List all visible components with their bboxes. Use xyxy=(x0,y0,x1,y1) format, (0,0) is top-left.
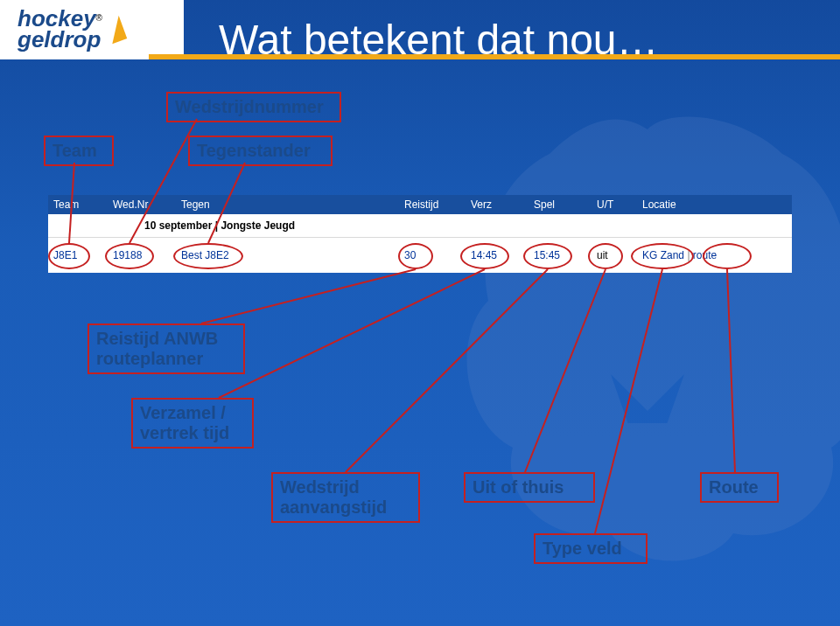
th-wednr: Wed.Nr. xyxy=(108,196,176,213)
brand-line2: geldrop xyxy=(18,26,101,52)
annot-team: Team xyxy=(44,136,114,166)
th-spel: Spel xyxy=(528,196,592,213)
svg-line-7 xyxy=(595,269,662,533)
th-ut: U/T xyxy=(592,196,637,213)
annot-route: Route xyxy=(700,472,779,503)
brand-logo: hockey® geldrop xyxy=(0,0,184,59)
annot-verzamel: Verzamel / vertrek tijd xyxy=(131,398,254,449)
svg-line-5 xyxy=(346,269,548,472)
svg-line-3 xyxy=(201,269,416,323)
lion-watermark-icon xyxy=(402,105,840,595)
svg-line-4 xyxy=(219,269,485,398)
th-tegen: Tegen xyxy=(176,196,399,213)
cell-spel[interactable]: 15:45 xyxy=(534,249,560,261)
th-locatie: Locatie xyxy=(637,196,792,213)
cell-verz[interactable]: 14:45 xyxy=(471,249,497,261)
table-date-row: 10 september | Jongste Jeugd xyxy=(48,214,792,238)
swoosh-icon xyxy=(104,16,127,44)
connector-lines xyxy=(0,0,840,626)
slide: hockey® geldrop Wat betekent dat nou… Te… xyxy=(0,0,840,626)
annot-wedstrijdnummer: Wedstrijdnummer xyxy=(166,92,341,122)
annot-tegenstander: Tegenstander xyxy=(188,136,332,166)
annot-uit-of-thuis: Uit of thuis xyxy=(464,472,595,503)
cell-loc-veld[interactable]: KG Zand xyxy=(642,249,684,261)
cell-team[interactable]: J8E1 xyxy=(53,249,77,261)
cell-reistijd[interactable]: 30 xyxy=(404,249,416,261)
cell-ut: uit xyxy=(597,249,608,261)
table-row: J8E1 19188 Best J8E2 30 14:45 15:45 uit … xyxy=(48,238,792,273)
cell-wednr[interactable]: 19188 xyxy=(113,249,142,261)
th-verz: Verz xyxy=(466,196,528,213)
annot-wedstrijd-aanvang: Wedstrijd aanvangstijd xyxy=(271,472,420,523)
slide-title: Wat betekent dat nou… xyxy=(219,16,659,64)
svg-line-6 xyxy=(525,269,606,472)
schedule-table: Team Wed.Nr. Tegen Reistijd Verz Spel U/… xyxy=(48,195,792,273)
annot-type-veld: Type veld xyxy=(534,533,648,564)
th-reistijd: Reistijd xyxy=(399,196,466,213)
cell-tegen[interactable]: Best J8E2 xyxy=(181,249,229,261)
annot-reistijd-anwb: Reistijd ANWB routeplanner xyxy=(88,323,245,374)
cell-loc-route[interactable]: route xyxy=(693,249,717,261)
table-header-row: Team Wed.Nr. Tegen Reistijd Verz Spel U/… xyxy=(48,195,792,214)
th-team: Team xyxy=(48,196,108,213)
svg-line-8 xyxy=(727,269,735,472)
